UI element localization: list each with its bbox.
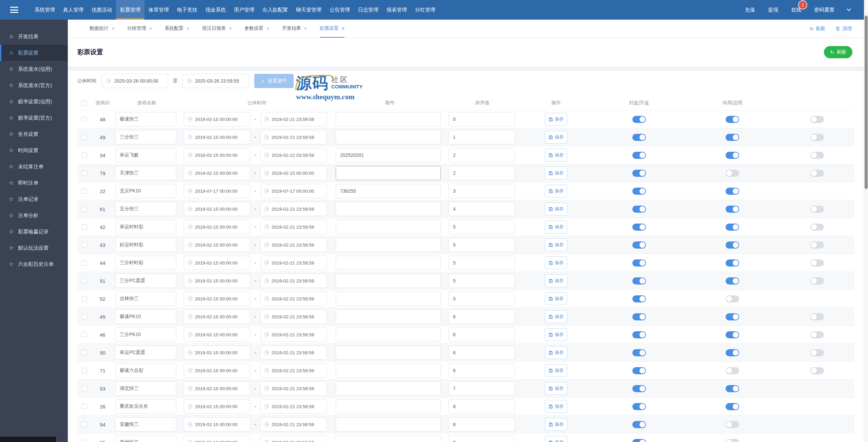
extra-toggle[interactable] bbox=[810, 331, 824, 338]
sidebar-item-9[interactable]: ☆ 即时注单 bbox=[0, 175, 68, 191]
apply-selected-button[interactable]: ✓ 设置选中 bbox=[254, 74, 294, 88]
reset-password-link[interactable]: 密码重置 bbox=[814, 7, 834, 13]
game-name-input[interactable] bbox=[115, 148, 176, 162]
row-checkbox[interactable] bbox=[82, 242, 87, 248]
sidebar-item-5[interactable]: ☆ 赔率设置(官方) bbox=[0, 110, 68, 126]
seal-open-toggle[interactable] bbox=[632, 403, 646, 410]
top-nav-item-13[interactable]: 分红管理 bbox=[411, 0, 439, 20]
disable-enable-toggle[interactable] bbox=[726, 259, 739, 267]
holiday-end-input[interactable]: 2019-02-21 23:59:59 bbox=[260, 202, 327, 216]
game-name-input[interactable] bbox=[115, 130, 176, 144]
seal-open-toggle[interactable] bbox=[632, 224, 646, 231]
withdraw-link[interactable]: 提现 bbox=[768, 7, 778, 13]
holiday-end-input[interactable]: 2019-02-21 23:59:59 bbox=[260, 399, 327, 414]
seal-open-toggle[interactable] bbox=[632, 439, 646, 442]
sidebar-item-1[interactable]: ☆ 彩票设置 bbox=[0, 45, 68, 61]
holiday-start-input[interactable]: 2019-02-15 00:00:00 bbox=[184, 166, 250, 180]
row-checkbox[interactable] bbox=[82, 134, 87, 140]
game-name-input[interactable] bbox=[115, 184, 176, 198]
game-name-input[interactable] bbox=[115, 417, 176, 432]
game-name-input[interactable] bbox=[115, 381, 176, 396]
game-name-input[interactable] bbox=[115, 238, 176, 252]
game-name-input[interactable] bbox=[115, 310, 176, 324]
save-button[interactable]: 保存 bbox=[545, 418, 567, 431]
extra-toggle[interactable] bbox=[810, 367, 824, 374]
online-link[interactable]: 在线 2 bbox=[791, 7, 801, 13]
disable-enable-toggle[interactable] bbox=[726, 170, 739, 177]
hamburger-menu-icon[interactable] bbox=[10, 7, 18, 13]
issue-input[interactable] bbox=[336, 328, 441, 342]
issue-input[interactable] bbox=[336, 184, 441, 198]
holiday-start-input[interactable]: 2019-02-15 00:00:00 bbox=[184, 399, 250, 414]
holiday-start-input[interactable]: 2019-02-15 00:00:00 bbox=[184, 238, 250, 252]
row-checkbox[interactable] bbox=[82, 296, 87, 301]
holiday-end-input[interactable]: 2019-02-21 23:59:59 bbox=[260, 381, 327, 396]
save-button[interactable]: 保存 bbox=[545, 203, 567, 215]
sort-input[interactable] bbox=[449, 381, 515, 396]
issue-input[interactable] bbox=[336, 310, 441, 324]
sidebar-item-10[interactable]: ☆ 注单记录 bbox=[0, 191, 68, 207]
top-nav-item-7[interactable]: 用户管理 bbox=[230, 0, 258, 20]
holiday-start-datetime-input[interactable]: 2025-03-26 00:00:00 bbox=[102, 74, 168, 88]
disable-enable-toggle[interactable] bbox=[726, 439, 739, 442]
row-checkbox[interactable] bbox=[82, 224, 87, 230]
sort-input[interactable] bbox=[449, 363, 515, 378]
holiday-start-input[interactable]: 2019-07-17 00:00:00 bbox=[184, 184, 250, 198]
tab-1[interactable]: 分组管理 × bbox=[127, 20, 152, 38]
seal-open-toggle[interactable] bbox=[632, 206, 646, 213]
row-checkbox[interactable] bbox=[82, 314, 87, 319]
disable-enable-toggle[interactable] bbox=[726, 295, 739, 302]
holiday-end-input[interactable]: 2019-02-21 23:59:59 bbox=[260, 328, 327, 342]
extra-toggle[interactable] bbox=[810, 206, 824, 213]
sidebar-item-4[interactable]: ☆ 赔率设置(信用) bbox=[0, 93, 68, 110]
issue-input[interactable] bbox=[336, 202, 441, 216]
extra-toggle[interactable] bbox=[810, 313, 824, 320]
save-button[interactable]: 保存 bbox=[545, 220, 567, 233]
sort-input[interactable] bbox=[449, 148, 515, 162]
tabs-clear-button[interactable]: 清理 bbox=[835, 26, 852, 32]
seal-open-toggle[interactable] bbox=[632, 116, 646, 123]
row-checkbox[interactable] bbox=[82, 170, 87, 176]
sidebar-item-0[interactable]: ☆ 开奖结果 bbox=[0, 28, 68, 45]
row-checkbox[interactable] bbox=[82, 117, 87, 122]
row-checkbox[interactable] bbox=[82, 278, 87, 283]
holiday-end-input[interactable]: 2019-02-21 23:59:59 bbox=[260, 238, 327, 252]
holiday-end-input[interactable]: 2019-02-21 23:59:59 bbox=[260, 292, 327, 306]
holiday-start-input[interactable]: 2019-02-15 00:00:00 bbox=[184, 130, 250, 144]
extra-toggle[interactable] bbox=[810, 224, 824, 231]
holiday-end-input[interactable]: 2019-02-21 23:59:59 bbox=[260, 363, 327, 378]
holiday-end-input[interactable]: 2019-02-21 23:59:59 bbox=[260, 435, 327, 442]
tab-3[interactable]: 投注日报表 × bbox=[202, 20, 232, 38]
tab-close-icon[interactable]: × bbox=[229, 25, 232, 31]
top-nav-item-10[interactable]: 公告管理 bbox=[326, 0, 354, 20]
top-nav-item-4[interactable]: 体育管理 bbox=[144, 0, 173, 20]
extra-toggle[interactable] bbox=[810, 241, 824, 249]
holiday-start-input[interactable]: 2019-02-15 00:00:00 bbox=[184, 112, 250, 126]
holiday-start-input[interactable]: 2019-02-15 00:00:00 bbox=[184, 202, 250, 216]
tab-close-icon[interactable]: × bbox=[304, 25, 307, 31]
issue-input[interactable] bbox=[336, 399, 441, 414]
game-name-input[interactable] bbox=[115, 345, 176, 360]
holiday-start-input[interactable]: 2019-02-15 00:00:00 bbox=[184, 220, 250, 234]
holiday-start-input[interactable]: 2019-02-15 00:00:00 bbox=[184, 310, 250, 324]
row-checkbox[interactable] bbox=[82, 332, 87, 337]
game-name-input[interactable] bbox=[115, 220, 176, 234]
row-checkbox[interactable] bbox=[82, 152, 87, 158]
save-button[interactable]: 保存 bbox=[545, 292, 567, 305]
sort-input[interactable] bbox=[449, 310, 515, 324]
game-name-input[interactable] bbox=[115, 274, 176, 288]
tabs-refresh-button[interactable]: ↻ 刷新 bbox=[810, 26, 825, 32]
extra-toggle[interactable] bbox=[810, 259, 824, 267]
disable-enable-toggle[interactable] bbox=[726, 403, 739, 410]
game-name-input[interactable] bbox=[115, 399, 176, 414]
disable-enable-toggle[interactable] bbox=[726, 349, 739, 356]
disable-enable-toggle[interactable] bbox=[726, 206, 739, 213]
seal-open-toggle[interactable] bbox=[632, 152, 646, 159]
sort-input[interactable] bbox=[449, 399, 515, 414]
game-name-input[interactable] bbox=[115, 292, 176, 306]
holiday-end-input[interactable]: 2019-02-21 23:59:59 bbox=[260, 112, 327, 126]
sidebar-item-2[interactable]: ☆ 系统退水(信用) bbox=[0, 61, 68, 77]
sort-input[interactable] bbox=[449, 166, 515, 180]
issue-input[interactable] bbox=[336, 435, 441, 442]
extra-toggle[interactable] bbox=[810, 152, 824, 159]
